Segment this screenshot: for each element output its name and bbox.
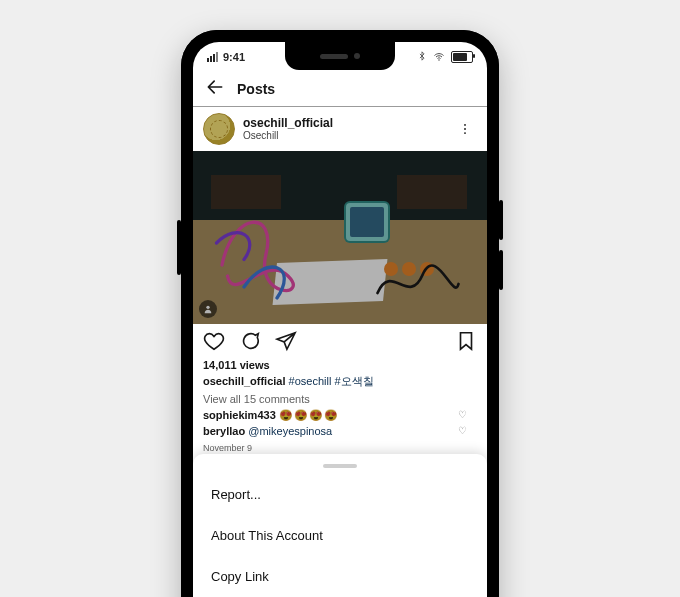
power-button xyxy=(177,220,181,275)
action-sheet: Report... About This Account Copy Link S… xyxy=(193,454,487,597)
post-image[interactable] xyxy=(193,151,487,324)
share-button[interactable] xyxy=(275,330,297,356)
app-content: 9:41 xyxy=(193,42,487,597)
post-header: osechill_official Osechill xyxy=(193,107,487,151)
status-right xyxy=(417,51,473,63)
comment1-username: sophiekim433 xyxy=(203,409,276,421)
image-scribble-1 xyxy=(211,199,321,309)
wifi-icon xyxy=(433,51,445,63)
post-date: November 9 xyxy=(203,442,477,455)
cell-signal-icon xyxy=(207,52,218,62)
post-caption[interactable]: osechill_official #osechill #오색칠 xyxy=(203,374,477,390)
heart-icon xyxy=(203,330,225,352)
status-left: 9:41 xyxy=(207,51,245,63)
phone-frame: 9:41 xyxy=(181,30,499,597)
comment2-username: beryllao xyxy=(203,425,245,437)
battery-icon xyxy=(451,51,473,63)
comment-row-2[interactable]: beryllao @mikeyespinosa ♡ xyxy=(203,424,477,440)
navbar-title: Posts xyxy=(237,81,275,97)
volume-down-button xyxy=(499,250,503,290)
post-meta: 14,011 views osechill_official #osechill… xyxy=(193,358,487,461)
status-bar: 9:41 xyxy=(193,42,487,72)
post-actions xyxy=(193,324,487,358)
post-views[interactable]: 14,011 views xyxy=(203,358,477,374)
comment2-mention: @mikeyespinosa xyxy=(248,425,332,437)
caption-hashtags: #osechill #오색칠 xyxy=(289,375,374,387)
view-all-comments[interactable]: View all 15 comments xyxy=(203,392,477,408)
bluetooth-icon xyxy=(417,51,427,63)
comment1-text: 😍😍😍😍 xyxy=(279,409,339,421)
svg-point-1 xyxy=(464,124,466,126)
comment-row-1[interactable]: sophiekim433 😍😍😍😍 ♡ xyxy=(203,408,477,424)
more-options-button[interactable] xyxy=(453,117,477,141)
avatar[interactable] xyxy=(203,113,235,145)
bookmark-icon xyxy=(455,330,477,352)
status-time: 9:41 xyxy=(223,51,245,63)
like-button[interactable] xyxy=(203,330,225,356)
tagged-people-icon[interactable] xyxy=(199,300,217,318)
screen: 9:41 xyxy=(193,42,487,597)
stage: 9:41 xyxy=(0,0,680,597)
sheet-item-copy-link[interactable]: Copy Link xyxy=(193,556,487,597)
comment-like-icon[interactable]: ♡ xyxy=(458,424,467,439)
save-button[interactable] xyxy=(455,330,477,356)
back-button[interactable] xyxy=(205,77,225,101)
navbar: Posts xyxy=(193,72,487,107)
comment-button[interactable] xyxy=(239,330,261,356)
comment-like-icon[interactable]: ♡ xyxy=(458,408,467,423)
post-subtitle: Osechill xyxy=(243,130,333,141)
volume-up-button xyxy=(499,200,503,240)
svg-point-4 xyxy=(206,306,209,309)
sheet-grabber[interactable] xyxy=(323,464,357,468)
post-username: osechill_official xyxy=(243,117,333,130)
svg-point-2 xyxy=(464,128,466,130)
sheet-item-about-account[interactable]: About This Account xyxy=(193,515,487,556)
comment-icon xyxy=(239,330,261,352)
caption-username: osechill_official xyxy=(203,375,286,387)
svg-point-3 xyxy=(464,132,466,134)
sheet-item-report[interactable]: Report... xyxy=(193,474,487,515)
send-icon xyxy=(275,330,297,352)
post-header-text[interactable]: osechill_official Osechill xyxy=(243,117,333,141)
image-scribble-2 xyxy=(373,254,463,314)
background-dimmed: 9:41 xyxy=(193,42,487,505)
svg-point-0 xyxy=(438,59,440,61)
image-tv xyxy=(346,203,388,241)
